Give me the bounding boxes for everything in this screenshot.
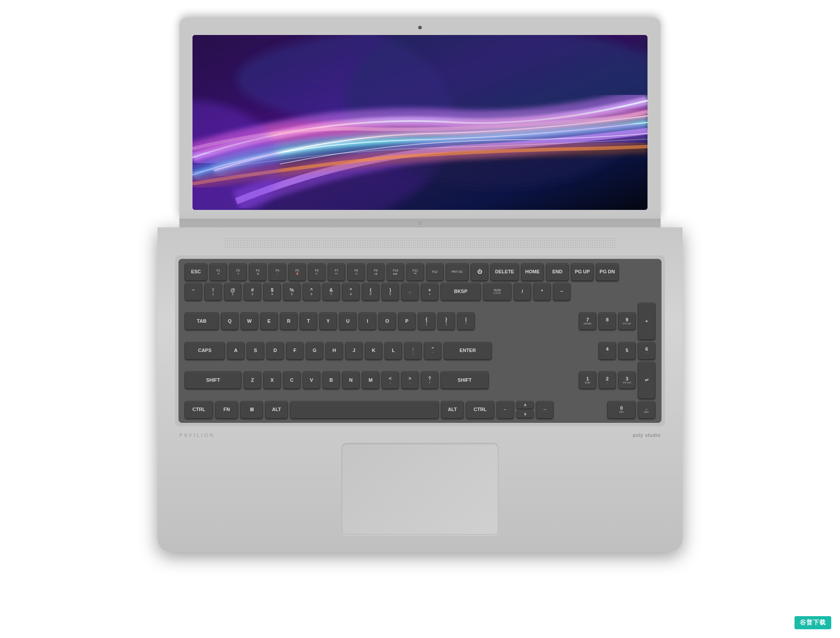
key-r[interactable]: R	[280, 312, 298, 330]
key-y[interactable]: Y	[319, 312, 337, 330]
key-f2[interactable]: F2✦	[229, 263, 247, 281]
key-b[interactable]: B	[322, 371, 340, 389]
key-x[interactable]: X	[263, 371, 281, 389]
key-esc[interactable]: ESC	[185, 263, 207, 281]
key-right-bracket[interactable]: }]	[438, 312, 455, 330]
key-pg-up[interactable]: PG UP	[571, 263, 594, 281]
key-left-shift[interactable]: SHIFT	[185, 371, 242, 389]
key-3[interactable]: #3	[244, 283, 261, 300]
key-f7[interactable]: F7q+	[328, 263, 345, 281]
key-numpad-2[interactable]: 2↓	[598, 371, 616, 389]
key-pg-dn[interactable]: PG DN	[596, 263, 619, 281]
key-t[interactable]: T	[300, 312, 317, 330]
key-f5[interactable]: F5🔇	[288, 263, 306, 281]
key-backslash[interactable]: |\	[457, 312, 475, 330]
key-4[interactable]: $4	[263, 283, 281, 300]
key-numpad-enter[interactable]: ↵	[638, 362, 655, 399]
key-numpad-9[interactable]: 9PG UP	[618, 312, 636, 330]
key-0[interactable]: )0	[382, 283, 399, 300]
key-period[interactable]: >.	[401, 371, 419, 389]
key-a[interactable]: A	[227, 342, 245, 359]
key-arrow-up[interactable]: ∧	[516, 401, 534, 409]
key-numpad-6[interactable]: 6→	[638, 342, 655, 359]
key-arrow-down[interactable]: ∨	[516, 410, 534, 418]
key-f3[interactable]: F3⊞	[249, 263, 266, 281]
touchpad[interactable]	[341, 443, 499, 535]
key-delete[interactable]: DELETE	[490, 263, 519, 281]
key-v[interactable]: V	[303, 371, 320, 389]
key-arrow-right[interactable]: →	[536, 401, 553, 418]
key-w[interactable]: W	[241, 312, 258, 330]
key-8[interactable]: *8	[342, 283, 360, 300]
key-numpad-minus[interactable]: −	[553, 283, 570, 300]
key-numpad-1[interactable]: 1END	[579, 371, 596, 389]
key-alt-right[interactable]: ALT	[441, 401, 464, 418]
key-power[interactable]: ⏻	[471, 263, 488, 281]
key-numpad-0[interactable]: 0INS	[607, 401, 636, 418]
key-f10[interactable]: F10▶▶	[387, 263, 404, 281]
key-numpad-plus[interactable]: +	[638, 303, 655, 340]
key-n[interactable]: N	[342, 371, 360, 389]
key-home[interactable]: HOME	[521, 263, 544, 281]
key-i[interactable]: I	[359, 312, 376, 330]
key-space[interactable]	[290, 401, 439, 418]
key-alt-left[interactable]: ALT	[265, 401, 288, 418]
key-m[interactable]: M	[362, 371, 379, 389]
key-semicolon[interactable]: :;	[404, 342, 422, 359]
key-backspace[interactable]: BKSP	[441, 283, 481, 300]
key-end[interactable]: END	[546, 263, 569, 281]
key-z[interactable]: Z	[244, 371, 261, 389]
key-l[interactable]: L	[385, 342, 402, 359]
key-tilde[interactable]: ~`	[185, 283, 202, 300]
key-f8[interactable]: F8⊙	[347, 263, 365, 281]
key-g[interactable]: G	[306, 342, 323, 359]
key-numpad-3[interactable]: 3PG DN	[618, 371, 636, 389]
key-numpad-5[interactable]: 5	[618, 342, 636, 359]
key-equals[interactable]: +=	[421, 283, 438, 300]
key-right-shift[interactable]: SHIFT	[441, 371, 489, 389]
key-j[interactable]: J	[345, 342, 363, 359]
key-f11[interactable]: F11📷	[406, 263, 424, 281]
key-numpad-7[interactable]: 7HOME	[579, 312, 596, 330]
key-2[interactable]: @2	[224, 283, 242, 300]
key-5[interactable]: %5	[283, 283, 301, 300]
key-numpad-asterisk[interactable]: *	[533, 283, 551, 300]
key-q[interactable]: Q	[221, 312, 238, 330]
key-numpad-4[interactable]: 4←	[598, 342, 616, 359]
key-1[interactable]: !1	[204, 283, 222, 300]
key-s[interactable]: S	[247, 342, 264, 359]
key-comma[interactable]: <,	[382, 371, 399, 389]
key-numpad-8[interactable]: 8↑	[598, 312, 616, 330]
key-f[interactable]: F	[286, 342, 304, 359]
key-win[interactable]: ⊞	[240, 401, 263, 418]
key-num-lock[interactable]: NUMLOCK	[483, 283, 511, 300]
key-minus[interactable]: _-	[401, 283, 419, 300]
key-caps[interactable]: CAPS	[185, 342, 225, 359]
key-prt-sc[interactable]: PRT SC	[446, 263, 469, 281]
key-f6[interactable]: F6q-	[308, 263, 326, 281]
key-h[interactable]: H	[326, 342, 343, 359]
key-c[interactable]: C	[283, 371, 301, 389]
key-e[interactable]: E	[260, 312, 278, 330]
key-f4[interactable]: F4⌂	[269, 263, 286, 281]
key-numpad-del[interactable]: .DEL	[638, 401, 655, 418]
key-tab[interactable]: TAB	[185, 312, 219, 330]
key-quote[interactable]: "'	[424, 342, 441, 359]
key-6[interactable]: ^6	[303, 283, 320, 300]
key-f12[interactable]: F12	[426, 263, 444, 281]
key-ctrl-left[interactable]: CTRL	[185, 401, 213, 418]
key-numpad-slash[interactable]: /	[514, 283, 531, 300]
key-7[interactable]: &7	[322, 283, 340, 300]
key-ctrl-right[interactable]: CTRL	[466, 401, 494, 418]
key-d[interactable]: D	[266, 342, 284, 359]
key-o[interactable]: O	[378, 312, 396, 330]
key-u[interactable]: U	[339, 312, 357, 330]
key-f9[interactable]: F9|◀	[367, 263, 385, 281]
key-slash[interactable]: ?/	[421, 371, 438, 389]
key-9[interactable]: (9	[362, 283, 379, 300]
key-fn[interactable]: FN	[215, 401, 238, 418]
key-f1[interactable]: F1☀	[210, 263, 227, 281]
key-left-bracket[interactable]: {[	[418, 312, 435, 330]
key-arrow-left[interactable]: ←	[497, 401, 514, 418]
key-enter[interactable]: ENTER	[444, 342, 492, 359]
